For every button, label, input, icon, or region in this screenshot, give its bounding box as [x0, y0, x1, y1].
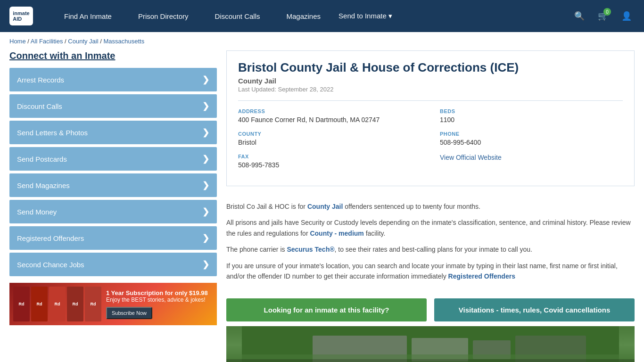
arrow-icon: ❯	[202, 180, 209, 190]
nav-magazines[interactable]: Magazines	[273, 0, 334, 32]
logo-text: inmateAID	[13, 10, 29, 22]
sidebar-menu: Arrest Records ❯ Discount Calls ❯ Send L…	[9, 68, 217, 276]
county-medium-link[interactable]: County - medium	[310, 230, 363, 237]
content: Bristol County Jail & House of Correctio…	[226, 50, 635, 362]
desc1-text: Bristol Co Jail & HOC is for	[226, 203, 307, 210]
breadcrumb-massachusetts[interactable]: Massachusetts	[103, 38, 144, 45]
nav-send-to-inmate[interactable]: Send to Inmate ▾	[334, 12, 397, 20]
breadcrumb-all-facilities[interactable]: All Facilities	[31, 38, 63, 45]
user-icon[interactable]: 👤	[619, 8, 635, 24]
website-link[interactable]: View Official Website	[440, 154, 502, 161]
sidebar-item-second-chance-jobs[interactable]: Second Chance Jobs ❯	[9, 253, 217, 276]
arrow-icon: ❯	[202, 259, 209, 270]
nav-discount-calls[interactable]: Discount Calls	[202, 0, 273, 32]
arrow-icon: ❯	[202, 127, 209, 138]
sidebar-item-discount-calls[interactable]: Discount Calls ❯	[9, 94, 217, 118]
nav-icons: 🔍 🛒 0 👤	[571, 8, 635, 24]
desc4-text: If you are unsure of your inmate's locat…	[226, 262, 618, 280]
aerial-image	[226, 326, 635, 362]
county-value: Bristol	[238, 139, 430, 146]
desc3-text: The phone carrier is	[226, 246, 287, 253]
county-label: COUNTY	[238, 131, 430, 137]
sidebar-title: Connect with an Inmate	[9, 50, 217, 61]
facility-updated: Last Updated: September 28, 2022	[238, 86, 623, 93]
breadcrumb: Home / All Facilities / County Jail / Ma…	[0, 32, 644, 50]
aerial-overlay	[226, 359, 635, 362]
cart-icon[interactable]: 🛒 0	[595, 8, 611, 24]
arrow-icon: ❯	[202, 101, 209, 111]
phone-value: 508-995-6400	[440, 139, 623, 146]
search-icon[interactable]: 🔍	[571, 8, 587, 24]
address-value: 400 Faunce Corner Rd, N Dartmouth, MA 02…	[238, 116, 430, 123]
nav-prison-directory[interactable]: Prison Directory	[125, 0, 202, 32]
address-label: ADDRESS	[238, 108, 430, 114]
info-fax: FAX 508-995-7835	[238, 154, 430, 176]
main-container: Connect with an Inmate Arrest Records ❯ …	[0, 50, 644, 362]
facility-info-grid: ADDRESS 400 Faunce Corner Rd, N Dartmout…	[238, 100, 623, 176]
fax-label: FAX	[238, 154, 430, 159]
registered-offenders-link[interactable]: Registered Offenders	[448, 272, 515, 280]
facility-description: Bristol Co Jail & HOC is for County Jail…	[226, 194, 635, 295]
ad-banner: Rd Rd Rd Rd Rd 1 Year Subscription for o…	[9, 283, 217, 325]
facility-title: Bristol County Jail & House of Correctio…	[238, 60, 623, 75]
info-address: ADDRESS 400 Faunce Corner Rd, N Dartmout…	[238, 108, 430, 131]
county-jail-link[interactable]: County Jail	[307, 203, 343, 210]
facility-type: County Jail	[238, 77, 623, 85]
arrow-icon: ❯	[202, 74, 209, 85]
ad-subscribe-button[interactable]: Subscribe Now	[106, 307, 152, 319]
phone-label: PHONE	[440, 131, 623, 137]
desc2-text: All prisons and jails have Security or C…	[226, 219, 631, 237]
logo[interactable]: inmateAID	[9, 7, 37, 25]
securus-link[interactable]: Securus Tech®	[287, 246, 334, 253]
info-beds: BEDS 1100	[430, 108, 623, 131]
ad-text: 1 Year Subscription for only $19.98 Enjo…	[106, 289, 213, 319]
sidebar: Connect with an Inmate Arrest Records ❯ …	[9, 50, 217, 362]
sidebar-item-send-money[interactable]: Send Money ❯	[9, 200, 217, 223]
fax-value: 508-995-7835	[238, 161, 430, 169]
visitations-button[interactable]: Visitations - times, rules, Covid cancel…	[434, 298, 635, 321]
nav-links: Find An Inmate Prison Directory Discount…	[51, 0, 571, 32]
facility-card: Bristol County Jail & House of Correctio…	[226, 50, 635, 186]
nav-find-inmate[interactable]: Find An Inmate	[51, 0, 125, 32]
desc2-cont: facility.	[364, 230, 386, 237]
sidebar-item-registered-offenders[interactable]: Registered Offenders ❯	[9, 226, 217, 250]
info-website: View Official Website	[430, 154, 623, 176]
beds-label: BEDS	[440, 108, 623, 114]
sidebar-item-send-letters[interactable]: Send Letters & Photos ❯	[9, 121, 217, 144]
sidebar-item-send-magazines[interactable]: Send Magazines ❯	[9, 173, 217, 197]
breadcrumb-county-jail[interactable]: County Jail	[68, 38, 98, 45]
info-phone: PHONE 508-995-6400	[430, 131, 623, 154]
arrow-icon: ❯	[202, 206, 209, 217]
find-inmate-button[interactable]: Looking for an inmate at this facility?	[226, 298, 427, 321]
sidebar-item-send-postcards[interactable]: Send Postcards ❯	[9, 147, 217, 171]
navigation: inmateAID Find An Inmate Prison Director…	[0, 0, 644, 32]
breadcrumb-home[interactable]: Home	[9, 38, 26, 45]
sidebar-item-arrest-records[interactable]: Arrest Records ❯	[9, 68, 217, 91]
cart-badge: 0	[603, 8, 611, 16]
info-county: COUNTY Bristol	[238, 131, 430, 154]
beds-value: 1100	[440, 116, 623, 123]
desc1-cont: offenders sentenced up to twenty four mo…	[343, 203, 480, 210]
arrow-icon: ❯	[202, 154, 209, 164]
action-buttons: Looking for an inmate at this facility? …	[226, 298, 635, 321]
desc3-cont: , to see their rates and best-calling pl…	[335, 246, 532, 253]
arrow-icon: ❯	[202, 233, 209, 243]
